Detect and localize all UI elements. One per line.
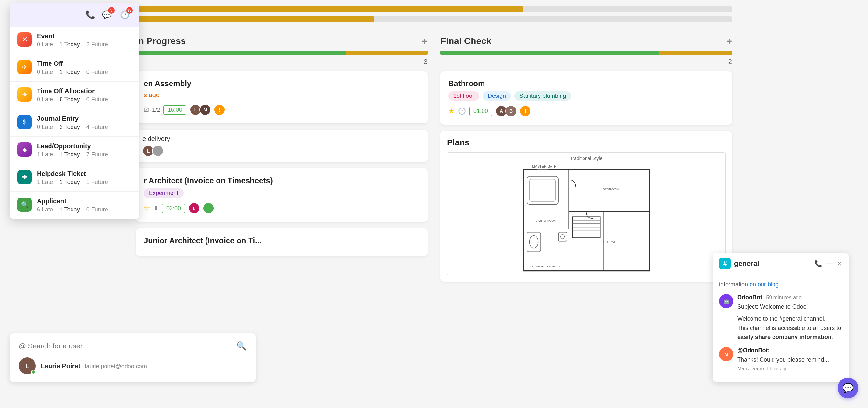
kanban-card-plans[interactable]: Plans Traditional Style bbox=[440, 131, 732, 282]
minimize-icon[interactable]: — bbox=[826, 260, 833, 267]
dropdown-header: 📞 💬 5 🕐 33 bbox=[10, 3, 139, 27]
list-item[interactable]: ✚ Helpdesk Ticket 1 Late 1 Today 1 Futur… bbox=[10, 164, 139, 192]
time-off-late: 0 Late bbox=[37, 69, 53, 76]
odoobot-avatar: 🤖 bbox=[719, 294, 733, 308]
applicant-late: 6 Late bbox=[37, 206, 53, 213]
final-check-progress bbox=[440, 51, 732, 55]
kanban-card-delivery[interactable]: e delivery L bbox=[136, 130, 428, 162]
in-progress-plus[interactable]: + bbox=[422, 36, 428, 47]
applicant-icon: 🔍 bbox=[18, 198, 32, 212]
marc-avatar: M bbox=[719, 347, 733, 361]
kanban-card-bathroom[interactable]: Bathroom 1st floor Design Sanitary plumb… bbox=[440, 71, 732, 125]
event-future: 2 Future bbox=[86, 41, 108, 48]
search-input[interactable] bbox=[19, 342, 224, 350]
final-check-gold bbox=[659, 51, 732, 55]
architect-star: ☆ bbox=[144, 204, 150, 212]
time-off-allocation-stats: 0 Late 6 Today 0 Future bbox=[37, 96, 131, 103]
svg-rect-5 bbox=[527, 233, 541, 252]
chat-bubble-button[interactable]: 💬 bbox=[838, 378, 858, 398]
time-off-allocation-title: Time Off Allocation bbox=[37, 87, 131, 95]
event-stats: 0 Late 1 Today 2 Future bbox=[37, 41, 131, 48]
search-icon[interactable]: 🔍 bbox=[236, 341, 247, 351]
svg-text:LIVING ROOM: LIVING ROOM bbox=[536, 219, 557, 223]
pre-message-text: information on our blog. bbox=[719, 280, 842, 289]
list-item[interactable]: ✈ Time Off 0 Late 1 Today 0 Future bbox=[10, 54, 139, 82]
floor-plan-svg: MASTER BATH BEDROOM STORAGE LIVING ROOM bbox=[447, 159, 725, 275]
applicant-stats: 6 Late 1 Today 0 Future bbox=[37, 206, 131, 213]
svg-text:STORAGE: STORAGE bbox=[603, 240, 618, 243]
kanban-column-in-progress: In Progress + 3 en Assembly s ago ☑ 1/2 … bbox=[136, 32, 428, 288]
list-item[interactable]: ✈ Time Off Allocation 0 Late 6 Today 0 F… bbox=[10, 82, 139, 109]
svg-text:COVERED PORCH: COVERED PORCH bbox=[532, 265, 560, 268]
event-late: 0 Late bbox=[37, 41, 53, 48]
top-progress-area bbox=[123, 0, 745, 22]
chat-badge: 5 bbox=[108, 7, 115, 13]
final-check-count: 2 bbox=[440, 58, 732, 66]
avatar-2: M bbox=[199, 104, 211, 116]
time-off-allocation-icon: ✈ bbox=[18, 87, 32, 102]
architect-green-dot bbox=[203, 203, 214, 213]
checkbox-icon: ☑ bbox=[144, 106, 149, 113]
floor-plan-image: Traditional Style bbox=[447, 152, 725, 275]
lead-item-content: Lead/Opportunity 1 Late 1 Today 7 Future bbox=[37, 143, 131, 158]
in-progress-gold bbox=[346, 51, 428, 55]
list-item[interactable]: ◆ Lead/Opportunity 1 Late 1 Today 7 Futu… bbox=[10, 137, 139, 164]
kanban-card-junior-architect[interactable]: Junior Architect (Invoice on Ti... bbox=[136, 228, 428, 256]
at-odoobot: @OdooBot: bbox=[737, 347, 770, 354]
journal-icon: $ bbox=[18, 115, 32, 129]
activity-notification-icon[interactable]: 🕐 33 bbox=[119, 8, 131, 21]
kanban-card-architect[interactable]: r Architect (Invoice on Timesheets) Expe… bbox=[136, 168, 428, 222]
user-email: laurie.poiret@odoo.com bbox=[85, 363, 147, 370]
delivery-meta: L bbox=[143, 145, 421, 157]
messaging-actions: 📞 — ✕ bbox=[814, 260, 842, 267]
time-off-stats: 0 Late 1 Today 0 Future bbox=[37, 69, 131, 76]
event-title: Event bbox=[37, 32, 131, 40]
journal-item-content: Journal Entry 0 Late 2 Today 4 Future bbox=[37, 115, 131, 130]
in-progress-title: In Progress bbox=[136, 36, 186, 46]
experiment-tag: Experiment bbox=[144, 188, 184, 198]
journal-future: 4 Future bbox=[86, 124, 108, 130]
open-assembly-subtitle: s ago bbox=[144, 91, 420, 99]
close-messaging-icon[interactable]: ✕ bbox=[837, 260, 842, 267]
assembly-warning-icon: ! bbox=[214, 105, 225, 115]
bathroom-tags: 1st floor Design Sanitary plumbing bbox=[448, 91, 724, 101]
subject-line: Subject: Welcome to Odoo! bbox=[737, 302, 842, 312]
user-row: L Laurie Poiret - laurie.poiret@odoo.com bbox=[19, 357, 247, 374]
event-icon: ✕ bbox=[18, 32, 32, 47]
list-item[interactable]: $ Journal Entry 0 Late 2 Today 4 Future bbox=[10, 109, 139, 137]
activity-badge: 33 bbox=[126, 7, 133, 13]
separator: - bbox=[82, 363, 85, 369]
event-item-content: Event 0 Late 1 Today 2 Future bbox=[37, 32, 131, 48]
phone-call-icon[interactable]: 📞 bbox=[814, 260, 823, 267]
final-check-title: Final Check bbox=[440, 36, 491, 46]
marc-time: 1 hour ago bbox=[766, 366, 788, 371]
phone-icon[interactable]: 📞 bbox=[86, 10, 95, 20]
welcome-text2: This channel is accessible to all users … bbox=[737, 325, 841, 331]
helpdesk-today: 1 Today bbox=[60, 179, 80, 185]
assembly-fraction: 1/2 bbox=[152, 107, 160, 113]
list-item[interactable]: ✕ Event 0 Late 1 Today 2 Future bbox=[10, 27, 139, 54]
blog-link[interactable]: on our blog. bbox=[749, 281, 780, 288]
list-item[interactable]: 🔍 Applicant 6 Late 1 Today 0 Future bbox=[10, 192, 139, 219]
welcome-line1: Welcome to the #general channel. bbox=[737, 314, 842, 323]
svg-point-6 bbox=[530, 236, 538, 249]
odoobot-reply-text: Thanks! Could you please remind... bbox=[737, 356, 829, 363]
info-text: information bbox=[719, 281, 748, 288]
marc-content: @OdooBot: Thanks! Could you please remin… bbox=[737, 347, 842, 372]
lead-title: Lead/Opportunity bbox=[37, 143, 131, 150]
user-avatar-wrapper: L bbox=[19, 357, 36, 374]
odoobot-body: Subject: Welcome to Odoo! Welcome to the… bbox=[737, 302, 842, 342]
final-check-plus[interactable]: + bbox=[726, 36, 732, 47]
architect-avatar-1: L bbox=[188, 202, 200, 214]
kanban-columns: In Progress + 3 en Assembly s ago ☑ 1/2 … bbox=[123, 22, 745, 298]
plans-title: Plans bbox=[447, 138, 725, 148]
progress-fill-1 bbox=[136, 6, 523, 12]
search-area: 🔍 L Laurie Poiret - laurie.poiret@odoo.c… bbox=[10, 333, 256, 382]
in-progress-count: 3 bbox=[136, 58, 428, 66]
journal-today: 2 Today bbox=[60, 124, 80, 130]
chat-notification-icon[interactable]: 💬 5 bbox=[100, 8, 113, 21]
kanban-card-open-assembly[interactable]: en Assembly s ago ☑ 1/2 16:00 L M ! bbox=[136, 71, 428, 123]
floor-plan-label: Traditional Style bbox=[570, 156, 602, 161]
allocation-late: 0 Late bbox=[37, 96, 53, 103]
bathroom-title: Bathroom bbox=[448, 79, 724, 88]
